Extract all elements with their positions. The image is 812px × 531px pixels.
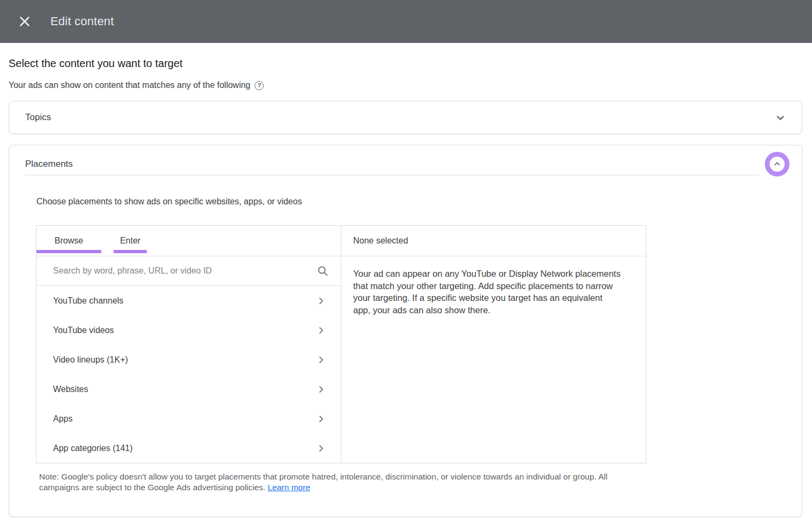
category-row-youtube-videos[interactable]: YouTube videos — [36, 315, 341, 345]
policy-note-text: Note: Google's policy doesn't allow you … — [39, 472, 608, 492]
chevron-right-icon — [315, 295, 327, 307]
chevron-right-icon — [315, 442, 327, 454]
dialog-header: Edit content — [0, 0, 812, 43]
tab-enter-label: Enter — [120, 236, 140, 246]
category-label: YouTube channels — [53, 296, 123, 306]
search-input[interactable] — [53, 266, 316, 276]
category-label: App categories (141) — [53, 444, 133, 453]
page-title: Select the content you want to target — [9, 57, 802, 70]
selection-status: None selected — [341, 226, 646, 256]
chevron-right-icon — [315, 413, 327, 425]
picker-browse-pane: Browse Enter YouTube channels — [36, 225, 341, 463]
close-icon[interactable] — [14, 11, 35, 32]
help-icon[interactable]: ? — [255, 81, 264, 90]
category-label: Video lineups (1K+) — [53, 355, 128, 365]
picker-tabbar: Browse Enter — [36, 226, 341, 256]
placements-panel-title: Placements — [25, 159, 802, 169]
category-row-video-lineups[interactable]: Video lineups (1K+) — [36, 345, 341, 374]
placement-search — [36, 256, 341, 286]
topics-panel-title: Topics — [25, 112, 51, 123]
chevron-right-icon — [315, 384, 327, 395]
chevron-up-icon — [771, 158, 783, 170]
tab-browse-active-indicator — [36, 250, 101, 253]
tab-enter[interactable]: Enter — [114, 226, 147, 256]
tab-browse[interactable]: Browse — [36, 226, 101, 256]
category-row-youtube-channels[interactable]: YouTube channels — [36, 286, 341, 315]
policy-note: Note: Google's policy doesn't allow you … — [39, 471, 639, 493]
collapse-panel-button[interactable] — [765, 152, 789, 176]
page-subtitle: Your ads can show on content that matche… — [9, 80, 802, 90]
category-label: YouTube videos — [53, 326, 114, 335]
dialog-body: Select the content you want to target Yo… — [0, 57, 812, 517]
tab-browse-label: Browse — [55, 236, 83, 246]
learn-more-link[interactable]: Learn more — [268, 483, 310, 492]
chevron-right-icon — [315, 324, 327, 336]
subtitle-text: Your ads can show on content that matche… — [9, 80, 250, 90]
placement-picker: Browse Enter YouTube channels — [36, 225, 646, 463]
topics-panel[interactable]: Topics — [9, 101, 802, 134]
placements-panel-header: Placements — [9, 145, 802, 169]
placements-panel: Placements Choose placements to show ads… — [9, 145, 802, 517]
category-label: Apps — [53, 414, 72, 424]
search-icon[interactable] — [316, 264, 329, 277]
chevron-right-icon — [315, 354, 327, 366]
selection-description: Your ad can appear on any YouTube or Dis… — [341, 256, 646, 316]
tab-enter-active-indicator — [114, 250, 147, 253]
category-row-apps[interactable]: Apps — [36, 404, 341, 433]
dialog-title: Edit content — [50, 14, 114, 28]
chevron-down-icon[interactable] — [773, 110, 788, 125]
category-label: Websites — [53, 385, 88, 394]
placements-description: Choose placements to show ads on specifi… — [36, 197, 802, 206]
category-row-app-categories[interactable]: App categories (141) — [36, 433, 341, 463]
placements-header-divider — [25, 175, 759, 175]
picker-selection-pane: None selected Your ad can appear on any … — [341, 225, 646, 463]
category-row-websites[interactable]: Websites — [36, 374, 341, 404]
